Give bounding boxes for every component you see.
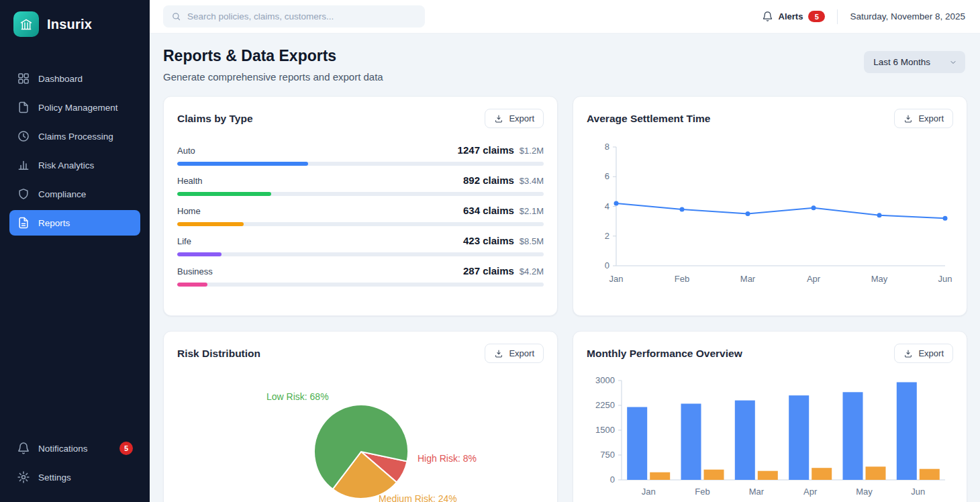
sidebar-item-label: Dashboard [38, 74, 83, 84]
page-subtitle: Generate comprehensive reports and expor… [163, 71, 383, 83]
pie-label-medium-risk: Medium Risk: 24% [379, 493, 457, 502]
svg-text:Jun: Jun [911, 487, 925, 497]
current-date: Saturday, November 8, 2025 [850, 11, 965, 21]
sidebar-item-policy-management[interactable]: Policy Management [9, 95, 140, 120]
search-icon [171, 11, 181, 21]
svg-text:4: 4 [605, 201, 609, 211]
download-icon [494, 114, 503, 123]
page-header: Reports & Data Exports Generate comprehe… [150, 34, 980, 96]
sidebar-item-compliance[interactable]: Compliance [9, 181, 140, 207]
claim-count: 423 claims [463, 235, 514, 246]
pie-label-high-risk: High Risk: 8% [418, 453, 477, 464]
sidebar-item-reports[interactable]: Reports [9, 210, 140, 236]
claim-progress-track [177, 162, 544, 166]
claim-count: 892 claims [463, 174, 514, 186]
gear-icon [17, 470, 30, 484]
svg-text:3000: 3000 [595, 375, 615, 385]
claims-row-health: Health892 claims$3.4M [177, 174, 544, 196]
svg-text:0: 0 [610, 474, 615, 485]
card-title: Average Settlement Time [587, 113, 710, 125]
download-icon [903, 114, 913, 123]
main-area: Alerts 5 Saturday, November 8, 2025 Repo… [150, 0, 980, 502]
claim-count: 1247 claims [458, 144, 514, 156]
risk-analytics-icon [17, 158, 30, 172]
export-button-settlement[interactable]: Export [894, 109, 953, 128]
claim-type-label: Auto [177, 146, 195, 156]
claim-type-label: Business [177, 266, 213, 277]
claim-type-label: Home [177, 206, 201, 216]
claim-amount: $3.4M [520, 176, 544, 186]
card-settlement-time: Average Settlement Time Export 02468JanF… [573, 96, 967, 316]
card-title: Monthly Performance Overview [587, 348, 742, 360]
svg-text:May: May [871, 274, 888, 284]
search-box[interactable] [163, 5, 425, 28]
svg-text:6: 6 [605, 171, 609, 181]
claims-clock-icon [17, 130, 30, 143]
notifications-badge: 5 [119, 442, 133, 455]
date-range-value: Last 6 Months [873, 57, 930, 67]
risk-pie-chart: High Risk: 8%Medium Risk: 24%Low Risk: 6… [177, 374, 544, 502]
claims-row-auto: Auto1247 claims$1.2M [177, 144, 544, 166]
claims-row-home: Home634 claims$2.1M [177, 205, 544, 226]
sidebar-nav: DashboardPolicy ManagementClaims Process… [0, 48, 150, 236]
content: Reports & Data Exports Generate comprehe… [150, 34, 980, 502]
sidebar-item-dashboard[interactable]: Dashboard [9, 66, 140, 91]
card-risk-distribution: Risk Distribution Export High Risk: 8%Me… [163, 331, 558, 502]
topbar-divider [837, 9, 838, 24]
sidebar: Insurix DashboardPolicy ManagementClaims… [0, 0, 150, 502]
svg-text:Mar: Mar [740, 274, 756, 284]
sidebar-item-label: Policy Management [38, 103, 118, 113]
svg-text:Mar: Mar [749, 487, 765, 497]
chevron-down-icon [949, 58, 957, 66]
topbar: Alerts 5 Saturday, November 8, 2025 [150, 0, 980, 34]
sidebar-item-notifications[interactable]: Notifications5 [9, 436, 140, 461]
claim-progress-track [177, 252, 544, 256]
cards-grid: Claims by Type Export Auto1247 claims$1.… [150, 96, 980, 502]
sidebar-item-settings[interactable]: Settings [9, 464, 140, 490]
alerts-badge: 5 [808, 11, 825, 22]
pie-label-low-risk: Low Risk: 68% [266, 391, 329, 402]
brand-name: Insurix [47, 17, 92, 32]
claims-row-life: Life423 claims$8.5M [177, 235, 544, 256]
sidebar-item-label: Settings [38, 472, 71, 483]
svg-text:2250: 2250 [595, 400, 615, 410]
claim-amount: $8.5M [520, 236, 544, 246]
claim-count: 634 claims [463, 205, 514, 216]
svg-text:May: May [856, 487, 873, 497]
claim-progress-track [177, 283, 544, 287]
sidebar-item-label: Claims Processing [38, 132, 113, 142]
claim-amount: $1.2M [520, 146, 544, 156]
claim-progress-fill [177, 192, 271, 196]
claim-progress-track [177, 192, 544, 196]
svg-text:8: 8 [605, 142, 609, 152]
card-monthly-performance: Monthly Performance Overview Export 0750… [573, 331, 967, 502]
sidebar-item-label: Risk Analytics [38, 160, 94, 170]
svg-text:Feb: Feb [675, 274, 689, 284]
topbar-right: Alerts 5 Saturday, November 8, 2025 [762, 9, 965, 24]
brand: Insurix [0, 0, 150, 48]
export-button-claims[interactable]: Export [485, 109, 544, 128]
claim-amount: $4.2M [520, 266, 544, 277]
svg-text:750: 750 [600, 450, 615, 460]
svg-text:0: 0 [605, 260, 609, 270]
alerts-button[interactable]: Alerts 5 [762, 11, 826, 22]
sidebar-item-label: Compliance [38, 189, 86, 199]
claim-progress-fill [177, 283, 207, 287]
compliance-shield-icon [17, 187, 30, 201]
svg-text:Apr: Apr [807, 274, 821, 284]
date-range-dropdown[interactable]: Last 6 Months [864, 51, 965, 73]
svg-text:1500: 1500 [595, 425, 615, 435]
export-button-performance[interactable]: Export [894, 344, 953, 363]
export-button-risk[interactable]: Export [485, 344, 544, 363]
sidebar-item-risk-analytics[interactable]: Risk Analytics [9, 152, 140, 178]
sidebar-footer: Notifications5Settings [0, 436, 150, 502]
sidebar-item-label: Notifications [38, 444, 88, 454]
sidebar-item-claims-processing[interactable]: Claims Processing [9, 123, 140, 149]
claim-type-label: Health [177, 176, 203, 186]
search-input[interactable] [187, 11, 417, 21]
claims-type-list: Auto1247 claims$1.2MHealth892 claims$3.4… [177, 144, 544, 287]
alerts-label: Alerts [779, 11, 803, 21]
bell-icon [762, 11, 773, 22]
performance-bar-chart: 0750150022503000JanFebMarAprMayJun [587, 372, 953, 502]
brand-logo-icon [13, 11, 39, 37]
